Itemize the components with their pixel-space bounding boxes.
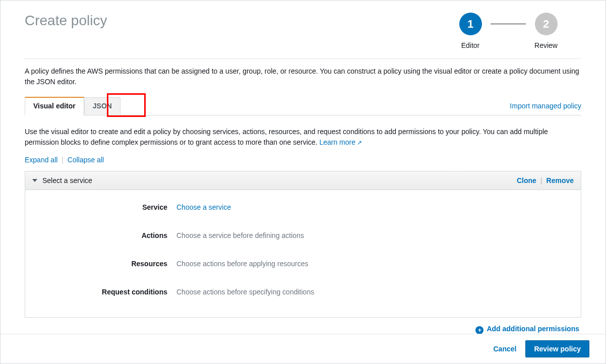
tab-visual-editor[interactable]: Visual editor bbox=[25, 97, 84, 115]
add-additional-permissions-link[interactable]: +Add additional permissions bbox=[1, 318, 605, 333]
learn-more-link[interactable]: Learn more bbox=[319, 138, 362, 146]
choose-service-link[interactable]: Choose a service bbox=[176, 203, 231, 211]
page-description: A policy defines the AWS permissions tha… bbox=[1, 59, 605, 87]
separator: | bbox=[540, 176, 542, 185]
label-service: Service bbox=[25, 203, 176, 211]
step-review: 2 Review bbox=[526, 13, 566, 49]
value-resources: Choose actions before applying resources bbox=[176, 260, 309, 268]
row-conditions: Request conditions Choose actions before… bbox=[25, 278, 581, 306]
import-managed-policy-link[interactable]: Import managed policy bbox=[510, 102, 581, 115]
step-connector bbox=[491, 24, 526, 24]
panel-body: Service Choose a service Actions Choose … bbox=[25, 190, 581, 317]
row-service: Service Choose a service bbox=[25, 193, 581, 221]
wizard-stepper: 1 Editor 2 Review bbox=[450, 13, 581, 49]
label-conditions: Request conditions bbox=[25, 288, 176, 296]
add-perms-label: Add additional permissions bbox=[487, 325, 579, 333]
step-2-circle: 2 bbox=[535, 13, 558, 35]
value-conditions: Choose actions before specifying conditi… bbox=[176, 288, 314, 296]
step-1-label: Editor bbox=[461, 41, 480, 49]
editor-tabs: Visual editor JSON Import managed policy bbox=[25, 96, 581, 115]
clone-link[interactable]: Clone bbox=[517, 176, 536, 185]
separator: | bbox=[62, 156, 64, 164]
label-resources: Resources bbox=[25, 260, 176, 268]
plus-icon: + bbox=[475, 326, 483, 334]
row-actions: Actions Choose a service before defining… bbox=[25, 221, 581, 250]
visual-editor-description-text: Use the visual editor to create and edit… bbox=[25, 128, 548, 146]
step-editor: 1 Editor bbox=[450, 13, 491, 49]
cancel-button[interactable]: Cancel bbox=[493, 345, 516, 353]
expand-all-link[interactable]: Expand all bbox=[25, 156, 57, 164]
tab-json[interactable]: JSON bbox=[84, 97, 120, 115]
page-title: Create policy bbox=[25, 13, 107, 49]
footer-actions: Cancel Review policy bbox=[1, 334, 605, 363]
label-actions: Actions bbox=[25, 231, 176, 239]
visual-editor-description: Use the visual editor to create and edit… bbox=[1, 115, 605, 148]
value-actions: Choose a service before defining actions bbox=[176, 231, 304, 239]
step-2-label: Review bbox=[534, 41, 558, 49]
collapse-all-link[interactable]: Collapse all bbox=[68, 156, 104, 164]
step-1-circle: 1 bbox=[459, 13, 482, 35]
row-resources: Resources Choose actions before applying… bbox=[25, 250, 581, 278]
remove-link[interactable]: Remove bbox=[547, 176, 574, 185]
review-policy-button[interactable]: Review policy bbox=[525, 340, 589, 357]
permission-block-panel: Select a service Clone | Remove Service … bbox=[25, 171, 581, 318]
panel-title: Select a service bbox=[42, 176, 92, 185]
caret-down-icon bbox=[32, 179, 37, 182]
panel-header[interactable]: Select a service Clone | Remove bbox=[25, 171, 581, 190]
